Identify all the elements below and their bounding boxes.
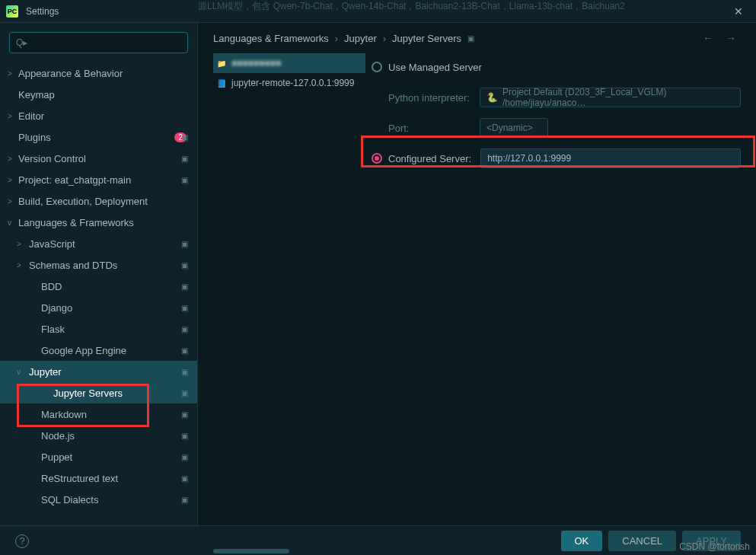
sidebar-item-appearance[interactable]: >Appearance & Behavior: [0, 62, 197, 84]
content: Q▸ >Appearance & Behavior Keymap >Editor…: [0, 23, 756, 525]
label: Node.js: [41, 430, 75, 442]
sidebar-item-nodejs[interactable]: Node.js▣: [0, 425, 197, 446]
label: Editor: [18, 110, 44, 122]
radio-configured[interactable]: [372, 153, 382, 164]
breadcrumb-jupyter-servers[interactable]: Jupyter Servers: [392, 33, 461, 44]
server-form: Use Managed Server Python interpreter: 🐍…: [365, 53, 741, 525]
main-panel: Languages & Frameworks › Jupyter › Jupyt…: [198, 23, 756, 525]
port-label: Port:: [388, 123, 480, 134]
modified-icon: ▣: [181, 133, 188, 142]
close-icon[interactable]: ✕: [727, 5, 750, 18]
python-icon: 🐍: [486, 92, 498, 103]
sidebar-item-django[interactable]: Django▣: [0, 297, 197, 318]
sidebar-item-bdd[interactable]: BDD▣: [0, 276, 197, 297]
list-item[interactable]: 📁 ■■■■■■■■■: [213, 53, 365, 73]
modified-icon: ▣: [181, 453, 188, 461]
label: Project: eat_chatgpt-main: [18, 174, 131, 186]
sidebar-item-langfw[interactable]: vLanguages & Frameworks: [0, 212, 197, 233]
cancel-button[interactable]: CANCEL: [608, 531, 676, 551]
chevron-right-icon: ›: [335, 33, 338, 44]
modified-icon: ▣: [181, 325, 188, 333]
breadcrumb: Languages & Frameworks › Jupyter › Jupyt…: [198, 23, 756, 53]
pycharm-logo-icon: PC: [6, 5, 18, 18]
label: Flask: [41, 324, 65, 335]
sidebar-item-plugins[interactable]: Plugins2▣: [0, 126, 197, 148]
modified-icon: ▣: [181, 282, 188, 291]
chevron-right-icon: >: [17, 261, 21, 270]
server-list: 📁 ■■■■■■■■■ 📘 jupyter-remote-127.0.0.1:9…: [213, 53, 365, 525]
label: ■■■■■■■■■: [231, 58, 281, 69]
label: ReStructured text: [41, 473, 118, 484]
breadcrumb-jupyter[interactable]: Jupyter: [344, 33, 377, 44]
label: SQL Dialects: [41, 494, 98, 506]
sidebar: Q▸ >Appearance & Behavior Keymap >Editor…: [0, 23, 198, 525]
forward-icon[interactable]: →: [726, 32, 736, 44]
chevron-right-icon: >: [8, 112, 12, 120]
horizontal-scrollbar[interactable]: [213, 549, 289, 553]
modified-icon: ▣: [181, 474, 188, 483]
managed-server-label: Use Managed Server: [388, 62, 482, 73]
folder-icon: 📁: [216, 58, 227, 69]
label: Markdown: [41, 409, 87, 420]
modified-icon: ▣: [181, 496, 188, 504]
configured-server-label: Configured Server:: [388, 153, 471, 164]
label: jupyter-remote-127.0.0.1:9999: [231, 78, 354, 88]
ok-button[interactable]: OK: [561, 531, 603, 551]
chevron-right-icon: >: [8, 69, 12, 78]
label: Keymap: [18, 89, 55, 100]
value: Project Default (D203_3F_Local_VGLM) /ho…: [502, 87, 734, 108]
chevron-down-icon: v: [17, 368, 21, 376]
sidebar-item-keymap[interactable]: Keymap: [0, 84, 197, 105]
modified-icon: ▣: [181, 346, 188, 355]
search-icon: Q▸: [16, 37, 27, 48]
value: <Dynamic>: [486, 123, 533, 133]
chevron-down-icon: v: [8, 218, 11, 227]
modified-icon: ▣: [181, 389, 188, 397]
sidebar-item-build[interactable]: >Build, Execution, Deployment: [0, 190, 197, 212]
sidebar-item-jupyter[interactable]: vJupyter▣: [0, 361, 197, 382]
modified-icon: ▣: [181, 261, 188, 270]
list-item[interactable]: 📘 jupyter-remote-127.0.0.1:9999: [213, 73, 365, 93]
sidebar-item-vcs[interactable]: >Version Control▣: [0, 148, 197, 169]
label: Version Control: [18, 153, 86, 164]
modified-icon: ▣: [181, 304, 188, 312]
sidebar-item-markdown[interactable]: Markdown▣: [0, 403, 197, 425]
label: Schemas and DTDs: [29, 260, 117, 271]
sidebar-item-flask[interactable]: Flask▣: [0, 318, 197, 340]
sidebar-item-schemas[interactable]: >Schemas and DTDs▣: [0, 254, 197, 276]
chevron-right-icon: >: [8, 176, 12, 184]
settings-panel: 📁 ■■■■■■■■■ 📘 jupyter-remote-127.0.0.1:9…: [198, 53, 756, 525]
search-input[interactable]: Q▸: [9, 32, 188, 53]
modified-icon: ▣: [467, 34, 474, 43]
sidebar-item-jupyter-servers[interactable]: Jupyter Servers▣: [0, 382, 197, 403]
chevron-right-icon: ›: [383, 33, 386, 44]
watermark: CSDN @tortorish: [679, 541, 750, 552]
modified-icon: ▣: [181, 368, 188, 376]
jupyter-icon: 📘: [216, 78, 227, 88]
radio-managed[interactable]: [372, 62, 382, 72]
help-icon[interactable]: ?: [15, 534, 29, 548]
modified-icon: ▣: [181, 432, 188, 440]
sidebar-item-editor[interactable]: >Editor: [0, 105, 197, 126]
breadcrumb-langfw[interactable]: Languages & Frameworks: [213, 33, 329, 44]
sidebar-item-javascript[interactable]: >JavaScript▣: [0, 233, 197, 254]
sidebar-item-sql[interactable]: SQL Dialects▣: [0, 489, 197, 510]
label: Jupyter: [29, 366, 62, 378]
sidebar-item-project[interactable]: >Project: eat_chatgpt-main▣: [0, 169, 197, 190]
back-icon[interactable]: ←: [703, 32, 713, 44]
nav-arrows: ← →: [698, 32, 741, 44]
configured-server-input[interactable]: http://127.0.0.1:9999: [480, 148, 741, 168]
label: Appearance & Behavior: [18, 68, 123, 79]
modified-icon: ▣: [181, 176, 188, 184]
label: Google App Engine: [41, 345, 126, 356]
chevron-right-icon: >: [17, 240, 21, 248]
sidebar-item-puppet[interactable]: Puppet▣: [0, 446, 197, 467]
modified-icon: ▣: [181, 155, 188, 163]
label: Languages & Frameworks: [18, 217, 134, 228]
label: Build, Execution, Deployment: [18, 196, 148, 207]
background-text: 源LLM模型，包含 Qwen-7b-Chat，Qwen-14b-Chat，Bai…: [198, 0, 625, 13]
port-field[interactable]: <Dynamic>: [480, 118, 548, 138]
interpreter-dropdown[interactable]: 🐍 Project Default (D203_3F_Local_VGLM) /…: [480, 88, 741, 107]
sidebar-item-gae[interactable]: Google App Engine▣: [0, 340, 197, 361]
sidebar-item-rst[interactable]: ReStructured text▣: [0, 467, 197, 489]
